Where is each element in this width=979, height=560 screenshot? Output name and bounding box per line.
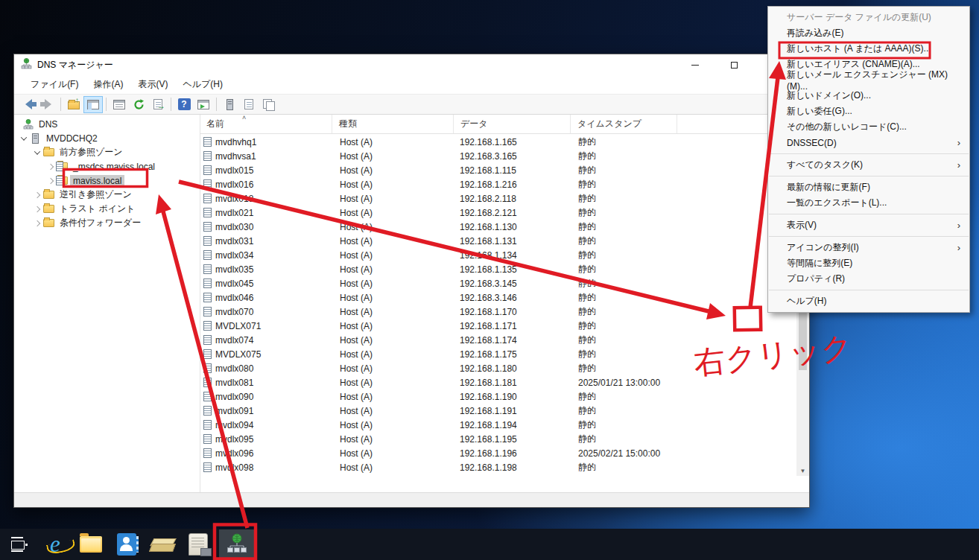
record-row[interactable]: mvdlx034Host (A)192.168.1.134静的 <box>200 248 796 262</box>
menu-item-プロパティ[interactable]: プロパティ(R) <box>768 271 969 287</box>
record-row[interactable]: mvdlx035Host (A)192.168.1.135静的 <box>200 262 796 276</box>
record-row[interactable]: MVDLX071Host (A)192.168.1.171静的 <box>200 319 796 333</box>
taskbar-scroll-tools[interactable] <box>183 529 213 559</box>
chevron-collapsed-icon[interactable] <box>32 193 42 197</box>
column-header-4[interactable]: タイムスタンプ <box>571 115 677 133</box>
taskbar-file-explorer[interactable] <box>76 529 106 559</box>
refresh-button[interactable] <box>129 96 148 113</box>
record-icon <box>203 194 212 203</box>
tree-item-_msdcsmavisslocal[interactable]: _msdcs.maviss.local <box>14 159 200 174</box>
column-header-1[interactable]: 名前˄ <box>200 115 332 133</box>
chevron-collapsed-icon[interactable] <box>45 179 56 183</box>
taskbar-books[interactable] <box>148 529 177 559</box>
record-row[interactable]: MVDLX075Host (A)192.168.1.175静的 <box>200 347 796 361</box>
scroll-down-icon[interactable]: ▼ <box>796 465 809 476</box>
record-timestamp-cell: 静的 <box>571 136 677 148</box>
record-row[interactable]: mvdlx094Host (A)192.168.1.194静的 <box>200 418 796 432</box>
chevron-expanded-icon[interactable] <box>32 150 42 155</box>
record-data-cell: 192.168.1.194 <box>454 420 571 430</box>
menubar-item[interactable]: ファイル(F) <box>23 75 86 94</box>
record-icon <box>203 264 212 274</box>
title-bar[interactable]: DNS マネージャー ✕ <box>14 54 809 75</box>
record-row[interactable]: mvdlx018Host (A)192.168.2.118静的 <box>200 191 796 206</box>
menu-item-表示[interactable]: 表示(V)› <box>768 217 969 233</box>
minimize-button[interactable] <box>675 54 715 75</box>
record-type-cell: Host (A) <box>332 250 454 261</box>
taskbar-internet-explorer[interactable]: e <box>40 529 70 559</box>
chevron-collapsed-icon[interactable] <box>45 165 56 169</box>
menu-item-一覧のエクスポート[interactable]: 一覧のエクスポート(L)... <box>768 195 969 211</box>
chevron-expanded-icon[interactable] <box>19 136 29 141</box>
record-row[interactable]: mvdlx046Host (A)192.168.3.146静的 <box>200 290 796 305</box>
record-row[interactable]: mvdlx081Host (A)192.168.1.1812025/01/21 … <box>200 375 796 389</box>
console-tree-toggle-button[interactable] <box>83 96 103 113</box>
tree-item-[interactable]: 逆引き参照ゾーン <box>14 188 200 202</box>
record-data-cell: 192.168.1.181 <box>454 378 571 388</box>
column-header-2[interactable]: 種類 <box>332 115 454 133</box>
record-name-cell: mvdlx015 <box>200 165 332 176</box>
record-row[interactable]: mvdlx015Host (A)192.168.1.115静的 <box>200 163 796 177</box>
record-row[interactable]: mvdlx096Host (A)192.168.1.1962025/02/21 … <box>200 446 796 460</box>
up-level-button[interactable]: ↑ <box>64 96 83 113</box>
record-name-cell: mvdlx074 <box>200 335 332 346</box>
tree-item-[interactable]: トラスト ポイント <box>14 202 200 216</box>
menubar-item[interactable]: 操作(A) <box>86 75 130 94</box>
menu-item-等間隔に整列[interactable]: 等間隔に整列(E) <box>768 255 969 271</box>
record-data-cell: 192.168.1.171 <box>454 321 571 331</box>
record-row[interactable]: mvdlx016Host (A)192.168.1.216静的 <box>200 177 796 191</box>
tree-item-[interactable]: 前方参照ゾーン <box>14 145 200 159</box>
record-type-cell: Host (A) <box>332 293 454 303</box>
menubar-item[interactable]: 表示(V) <box>130 75 175 94</box>
column-header-3[interactable]: データ <box>454 115 571 133</box>
record-list-button[interactable] <box>239 96 259 113</box>
record-icon <box>203 293 212 302</box>
back-button[interactable] <box>19 96 38 113</box>
chevron-collapsed-icon[interactable] <box>32 221 42 226</box>
forward-button[interactable] <box>38 96 57 113</box>
record-row[interactable]: mvdlx099Host (A)192.168.1.199静的 <box>200 474 796 476</box>
help-button[interactable]: ? <box>174 96 194 113</box>
tree-item-dns[interactable]: DNS <box>14 117 200 131</box>
taskbar-contacts[interactable] <box>112 529 142 559</box>
action-pane-toggle-button[interactable] <box>194 96 213 113</box>
menubar-item[interactable]: ヘルプ(H) <box>175 75 230 94</box>
taskbar-dns-manager[interactable] <box>219 529 255 559</box>
zone-icon <box>56 162 69 171</box>
menu-item-再読み込み[interactable]: 再読み込み(E) <box>768 25 969 41</box>
record-row[interactable]: mvdlx030Host (A)192.168.1.130静的 <box>200 220 796 234</box>
menu-item-ヘルプ[interactable]: ヘルプ(H) <box>768 293 969 309</box>
record-row[interactable]: mvdlx095Host (A)192.168.1.195静的 <box>200 432 796 446</box>
record-row[interactable]: mvdlx031Host (A)192.168.1.131静的 <box>200 234 796 248</box>
menu-item-新しい委任[interactable]: 新しい委任(G)... <box>768 104 969 119</box>
record-row[interactable]: mvdlx098Host (A)192.168.1.198静的 <box>200 460 796 474</box>
properties-button[interactable] <box>110 96 129 113</box>
record-row[interactable]: mvdlx021Host (A)192.168.2.121静的 <box>200 206 796 220</box>
record-row[interactable]: mvdlx080Host (A)192.168.1.180静的 <box>200 361 796 375</box>
record-timestamp-cell: 静的 <box>571 235 677 247</box>
chevron-collapsed-icon[interactable] <box>32 207 42 211</box>
copy-button[interactable] <box>259 96 278 113</box>
record-row[interactable]: mvdlx045Host (A)192.168.3.145静的 <box>200 276 796 290</box>
menu-item-すべてのタスク[interactable]: すべてのタスク(K)› <box>768 157 969 173</box>
record-row[interactable]: mvdlx074Host (A)192.168.1.174静的 <box>200 333 796 347</box>
menu-item-新しいメール エクスチェンジャー[interactable]: 新しいメール エクスチェンジャー (MX)(M)... <box>768 72 969 88</box>
maximize-button[interactable] <box>715 54 754 75</box>
record-icon <box>203 363 212 373</box>
record-row[interactable]: mvdlx091Host (A)192.168.1.191静的 <box>200 404 796 418</box>
record-row[interactable]: mvdhvsa1Host (A)192.168.3.165静的 <box>200 149 796 163</box>
tree-item-mavisslocal[interactable]: maviss.local <box>14 174 200 188</box>
tree-item-mvddchq2[interactable]: MVDDCHQ2 <box>14 131 200 145</box>
record-row[interactable]: mvdlx070Host (A)192.168.1.170静的 <box>200 305 796 319</box>
tree-item-[interactable]: 条件付フォワーダー <box>14 216 200 230</box>
menu-item-DNSSEC[interactable]: DNSSEC(D)› <box>768 135 969 150</box>
record-row[interactable]: mvdlx090Host (A)192.168.1.190静的 <box>200 389 796 404</box>
menu-item-最新の情報に更新[interactable]: 最新の情報に更新(F) <box>768 179 969 195</box>
record-row[interactable]: mvdhvhq1Host (A)192.168.1.165静的 <box>200 135 796 149</box>
server-button[interactable] <box>220 96 239 113</box>
start-button[interactable] <box>4 529 34 559</box>
menu-item-アイコンの整列[interactable]: アイコンの整列(I)› <box>768 240 969 255</box>
export-list-button[interactable]: → <box>148 96 168 113</box>
menu-item-新しいホスト[interactable]: 新しいホスト (A または AAAA)(S)... <box>768 41 969 57</box>
menu-item-その他の新しいレコード[interactable]: その他の新しいレコード(C)... <box>768 119 969 135</box>
record-type-cell: Host (A) <box>332 378 454 388</box>
